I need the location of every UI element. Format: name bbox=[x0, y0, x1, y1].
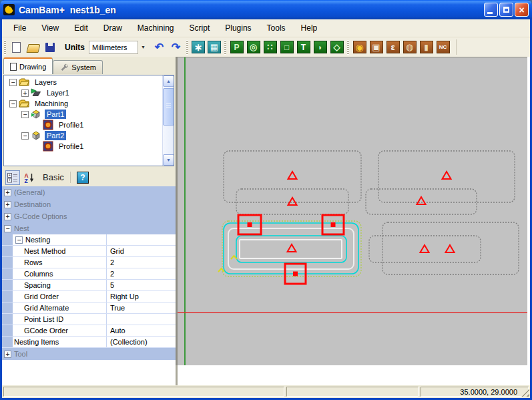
nest-cell-outline-2[interactable] bbox=[236, 189, 348, 214]
rectangle-icon[interactable] bbox=[280, 41, 294, 53]
point-marker-triangle-6[interactable] bbox=[421, 245, 429, 252]
save-file-icon[interactable] bbox=[42, 40, 57, 55]
property-name[interactable]: Rows bbox=[13, 257, 107, 268]
tree-scrollbar[interactable]: ▲ ▼ bbox=[162, 75, 174, 166]
property-name[interactable]: −Nesting bbox=[13, 234, 107, 245]
profile3d-icon[interactable] bbox=[403, 41, 417, 53]
category-tool[interactable]: +Tool bbox=[2, 348, 176, 360]
menu-machining[interactable]: Machining bbox=[131, 21, 180, 35]
point-marker-triangle-2[interactable] bbox=[288, 198, 297, 205]
property-value[interactable]: 2 bbox=[107, 257, 176, 268]
nest-cell-outline-4[interactable] bbox=[366, 189, 477, 214]
minimize-button[interactable] bbox=[484, 3, 498, 17]
property-name[interactable]: Grid Order bbox=[13, 291, 107, 302]
property-grid-order[interactable]: Grid OrderRight Up bbox=[2, 291, 176, 303]
category-expander[interactable]: + bbox=[4, 189, 11, 196]
property-nest-method[interactable]: Nest MethodGrid bbox=[2, 246, 176, 257]
point-dot-3[interactable] bbox=[293, 272, 298, 276]
category-g-code-options[interactable]: +G-Code Options bbox=[2, 210, 176, 222]
category-destination[interactable]: +Destination bbox=[2, 198, 176, 210]
scroll-up-button[interactable]: ▲ bbox=[163, 75, 174, 87]
property-nesting-items[interactable]: Nesting Items(Collection) bbox=[2, 337, 176, 348]
snap-point-icon[interactable] bbox=[192, 41, 205, 53]
tree-expander-minus[interactable]: − bbox=[9, 100, 17, 108]
menu-view[interactable]: View bbox=[35, 21, 65, 35]
tree-item-label[interactable]: Layers bbox=[33, 77, 59, 87]
point-list-icon[interactable] bbox=[264, 41, 277, 53]
point-dot-2[interactable] bbox=[331, 222, 336, 227]
property-name[interactable]: Spacing bbox=[13, 280, 107, 290]
surface-icon[interactable] bbox=[330, 41, 344, 53]
toolbar-grip[interactable] bbox=[4, 40, 6, 55]
tree-expander-minus[interactable]: − bbox=[9, 79, 17, 86]
drill-icon[interactable] bbox=[353, 41, 366, 53]
arc-icon[interactable] bbox=[314, 41, 327, 53]
menu-plugins[interactable]: Plugins bbox=[219, 21, 257, 35]
close-button[interactable]: × bbox=[515, 3, 529, 17]
property-columns[interactable]: Columns2 bbox=[2, 268, 176, 280]
undo-icon[interactable] bbox=[152, 40, 167, 55]
property-value[interactable]: Auto bbox=[107, 325, 176, 336]
maximize-button[interactable] bbox=[499, 3, 513, 17]
property-name[interactable]: Nesting Items bbox=[13, 337, 107, 347]
point-marker-triangle-7[interactable] bbox=[446, 245, 455, 252]
drawing-canvas[interactable] bbox=[178, 57, 527, 365]
menu-edit[interactable]: Edit bbox=[68, 21, 94, 35]
nest-cell-outline-5[interactable] bbox=[382, 222, 519, 274]
polyline-icon[interactable] bbox=[230, 41, 244, 53]
category-expander[interactable]: + bbox=[4, 351, 11, 358]
menu-script[interactable]: Script bbox=[184, 21, 216, 35]
property-name[interactable]: GCode Order bbox=[13, 325, 107, 336]
menu-tools[interactable]: Tools bbox=[261, 21, 292, 35]
tree-item-profile1[interactable]: Profile1 bbox=[4, 141, 174, 152]
property-value[interactable]: 2 bbox=[107, 268, 176, 279]
tab-system[interactable]: System bbox=[53, 60, 103, 74]
menu-help[interactable]: Help bbox=[295, 21, 324, 35]
property-name[interactable]: Grid Alternate bbox=[13, 303, 107, 313]
property-value[interactable]: True bbox=[107, 303, 176, 313]
nest-cell-outline-1[interactable] bbox=[224, 151, 361, 202]
part-outline-inner[interactable] bbox=[240, 240, 342, 258]
property-name[interactable]: Nest Method bbox=[13, 246, 107, 256]
tree-item-label[interactable]: Part1 bbox=[45, 110, 66, 119]
circle-icon[interactable] bbox=[247, 41, 260, 53]
tree-item-label[interactable]: Profile1 bbox=[57, 120, 85, 130]
vengrave-icon[interactable] bbox=[420, 41, 433, 53]
menu-file[interactable]: File bbox=[7, 21, 32, 35]
property-value[interactable]: Grid bbox=[107, 246, 176, 256]
point-marker-triangle-3[interactable] bbox=[443, 172, 451, 179]
selected-geometry-outer[interactable] bbox=[224, 223, 358, 274]
toolbar-grip[interactable] bbox=[347, 40, 349, 55]
tab-drawing[interactable]: Drawing bbox=[3, 57, 53, 74]
tree-item-part1[interactable]: −Part1 bbox=[4, 109, 174, 120]
pocket-icon[interactable] bbox=[370, 41, 383, 53]
nest-cell-outline-3[interactable] bbox=[378, 151, 515, 202]
tree-item-machining[interactable]: −Machining bbox=[4, 98, 174, 109]
view-mode-label[interactable]: Basic bbox=[43, 172, 64, 182]
property-value[interactable] bbox=[107, 234, 176, 245]
text-icon[interactable] bbox=[297, 41, 310, 53]
tree-expander-plus[interactable]: + bbox=[21, 89, 29, 97]
engrave-icon[interactable] bbox=[386, 41, 400, 53]
tree-item-label[interactable]: Layer1 bbox=[45, 88, 71, 97]
category-expander[interactable]: + bbox=[4, 213, 11, 220]
property-gcode-order[interactable]: GCode OrderAuto bbox=[2, 325, 176, 337]
property-name[interactable]: Point List ID bbox=[13, 314, 107, 325]
property-name[interactable]: Columns bbox=[13, 268, 107, 279]
property-rows[interactable]: Rows2 bbox=[2, 257, 176, 268]
open-file-icon[interactable] bbox=[25, 40, 41, 55]
tree-expander-minus[interactable]: − bbox=[21, 111, 29, 118]
category-expander[interactable]: − bbox=[4, 225, 11, 232]
menu-draw[interactable]: Draw bbox=[97, 21, 128, 35]
toolbar-grip[interactable] bbox=[186, 40, 188, 55]
new-file-icon[interactable] bbox=[9, 40, 24, 55]
nest-cell-outline-6[interactable] bbox=[369, 236, 481, 262]
help-icon[interactable]: ? bbox=[77, 172, 89, 184]
category-nest[interactable]: −Nest bbox=[2, 222, 176, 234]
redo-icon[interactable] bbox=[168, 40, 184, 55]
tree-item-label[interactable]: Profile1 bbox=[57, 142, 85, 151]
property-value[interactable]: (Collection) bbox=[107, 337, 176, 347]
alphabetical-icon[interactable]: AZ bbox=[22, 170, 37, 185]
tree-item-label[interactable]: Part2 bbox=[45, 131, 66, 140]
point-marker-triangle-1[interactable] bbox=[288, 172, 297, 179]
